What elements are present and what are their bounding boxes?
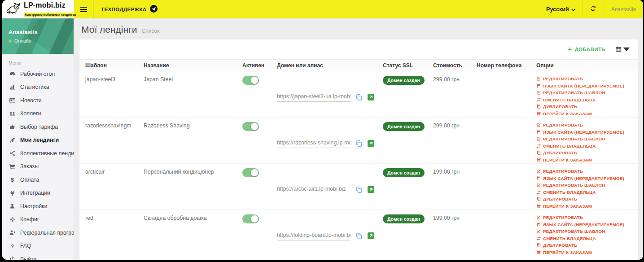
option-язык-сайта-нередактируемое-[interactable]: ЯЗЫК САЙТА (НЕРЕДАКТИРУЕМОЕ) [536,83,634,88]
copy-domain-icon[interactable] [355,232,363,240]
sidebar-item-статистика[interactable]: Статистика [2,81,74,94]
ssl-status-badge: Домен создан [383,122,425,131]
sidebar-item-выбор-тарифа[interactable]: Выбор тарифа [2,120,74,134]
caret-down-icon [623,46,630,52]
user-icon [9,203,16,210]
open-site-icon[interactable] [368,140,374,147]
language-label: Русский [546,6,569,13]
option-дублировать[interactable]: ДУБЛИРОВАТЬ [536,243,634,248]
option-редактировать[interactable]: РЕДАКТИРОВАТЬ [536,169,634,174]
template-cell: arcticair [85,168,144,210]
active-toggle[interactable] [242,122,259,131]
domain-input[interactable] [277,231,350,240]
option-редактировать[interactable]: РЕДАКТИРОВАТЬ [536,76,634,81]
stats-icon [9,84,16,91]
copy-domain-icon[interactable] [355,186,363,193]
add-landing-button[interactable]: ДОБАВИТЬ [567,47,605,52]
sidebar-item-рабочий-стол[interactable]: Рабочий стол [2,67,74,81]
option-перейти-к-заказам[interactable]: ПЕРЕЙТИ К ЗАКАЗАМ [536,204,634,209]
toggle-knob [251,123,258,130]
sidebar-item-коллеги[interactable]: Коллеги [2,107,74,121]
option-перейти-к-заказам[interactable]: ПЕРЕЙТИ К ЗАКАЗАМ [536,250,634,255]
toggle-knob [251,169,258,176]
option-перейти-к-заказам[interactable]: ПЕРЕЙТИ К ЗАКАЗАМ [536,111,634,116]
menu-toggle-button[interactable] [74,0,93,18]
sidebar-item-интеграции[interactable]: Интеграции [2,187,74,200]
open-site-icon[interactable] [368,186,374,193]
option-редактировать-шаблон[interactable]: РЕДАКТИРОВАТЬ ШАБЛОН [536,136,634,141]
app-window: LP-mobi.biz Конструктор мобильных лендин… [2,0,643,260]
sidebar-item-конфиг[interactable]: Конфиг [2,213,74,227]
option-сменить-владельца[interactable]: СМЕНИТЬ ВЛАДЕЛЬЦА [536,144,634,148]
exchange-icon [536,236,541,241]
template-cell: razorlessshavingm [85,122,144,163]
sidebar-item-оплата[interactable]: $Оплата [2,173,74,187]
domain-input[interactable] [277,185,350,194]
brand-logo[interactable]: LP-mobi.biz Конструктор мобильных лендин… [2,0,74,18]
sidebar: Anastasiia Онлайн Меню Рабочий столСтати… [2,18,74,260]
options-cell: РЕДАКТИРОВАТЬЯЗЫК САЙТА (НЕРЕДАКТИРУЕМОЕ… [536,122,638,163]
sidebar-item-реферальная-программа[interactable]: Реферальная программа [2,226,74,240]
add-landing-label: ДОБАВИТЬ [575,47,605,52]
active-cell [242,75,277,117]
table-body: japan-steel3 Japan Steel Домен создан 29… [79,71,638,260]
sidebar-item-коллективные-лендинги[interactable]: Коллективные лендинги [2,147,74,160]
landings-card: ДОБАВИТЬ ШаблонНазваниеАктивенДомен или … [79,39,638,260]
option-дублировать[interactable]: ДУБЛИРОВАТЬ [536,150,634,155]
template-cell: red [85,214,144,256]
domain-input[interactable] [277,92,350,102]
edit-icon [536,229,541,234]
page-title: Мої лендінги [81,24,137,35]
option-сменить-владельца[interactable]: СМЕНИТЬ ВЛАДЕЛЬЦА [536,190,634,195]
option-дублировать[interactable]: ДУБЛИРОВАТЬ [536,196,634,201]
ssl-status-cell: Домен создан [383,75,433,117]
user-plus-icon [9,229,16,236]
copy-domain-icon[interactable] [355,140,363,147]
sidebar-menu: Рабочий столСтатистикаНовостиКоллегиВыбо… [2,67,74,260]
sidebar-item-выйти[interactable]: Выйти [2,253,74,260]
column-header: Домен или алиас [277,62,383,69]
language-selector[interactable]: Русский [539,0,583,18]
option-редактировать-шаблон[interactable]: РЕДАКТИРОВАТЬ ШАБЛОН [536,183,634,188]
option-сменить-владельца[interactable]: СМЕНИТЬ ВЛАДЕЛЬЦА [536,236,634,241]
duplicate-icon [536,104,541,109]
option-редактировать-шаблон[interactable]: РЕДАКТИРОВАТЬ ШАБЛОН [536,90,634,95]
active-toggle[interactable] [242,168,259,177]
sidebar-item-настройки[interactable]: Настройки [2,200,74,213]
sidebar-item-новости[interactable]: Новости [2,94,74,107]
topbar-username[interactable]: Anastasiia [604,0,643,18]
cart-icon [536,204,541,209]
flag-icon [536,176,541,181]
svg-text:?: ? [10,243,13,249]
sidebar-item-заказы[interactable]: Заказы [2,160,74,174]
edit-icon [536,90,541,95]
copy-domain-icon[interactable] [355,94,363,101]
option-язык-сайта-нередактируемое-[interactable]: ЯЗЫК САЙТА (НЕРЕДАКТИРУЕМОЕ) [536,130,634,135]
menu-section-label: Меню [2,54,74,67]
refresh-button[interactable] [583,0,604,18]
price-cell: 299.00 грн [433,75,477,117]
table-row: razorlessshavingm Razorless Shaving Доме… [79,118,638,164]
table-view-dropdown[interactable] [615,46,630,52]
option-дублировать[interactable]: ДУБЛИРОВАТЬ [536,104,634,109]
active-toggle[interactable] [242,76,259,85]
option-редактировать[interactable]: РЕДАКТИРОВАТЬ [536,215,634,220]
sidebar-item-label: Оплата [20,177,39,183]
sidebar-item-faq[interactable]: ?FAQ [2,240,74,253]
active-toggle[interactable] [242,214,259,223]
option-сменить-владельца[interactable]: СМЕНИТЬ ВЛАДЕЛЬЦА [536,97,634,102]
support-button[interactable]: ТЕХПОДДЕРЖКА [94,0,165,18]
ssl-status-badge: Домен создан [383,214,425,223]
dashboard-icon [9,70,16,77]
option-редактировать[interactable]: РЕДАКТИРОВАТЬ [536,122,634,127]
option-язык-сайта-нередактируемое-[interactable]: ЯЗЫК САЙТА (НЕРЕДАКТИРУЕМОЕ) [536,176,634,181]
option-язык-сайта-нередактируемое-[interactable]: ЯЗЫК САЙТА (НЕРЕДАКТИРУЕМОЕ) [536,222,634,227]
option-редактировать-шаблон[interactable]: РЕДАКТИРОВАТЬ ШАБЛОН [536,229,634,234]
sidebar-item-мои-лендинги[interactable]: Мои лендинги [2,134,74,147]
price-cell: 299.00 грн [433,122,477,163]
open-site-icon[interactable] [368,94,374,100]
domain-input[interactable] [277,139,350,148]
sidebar-item-label: Интеграции [20,190,50,196]
option-перейти-к-заказам[interactable]: ПЕРЕЙТИ К ЗАКАЗАМ [536,157,634,162]
open-site-icon[interactable] [368,232,374,239]
